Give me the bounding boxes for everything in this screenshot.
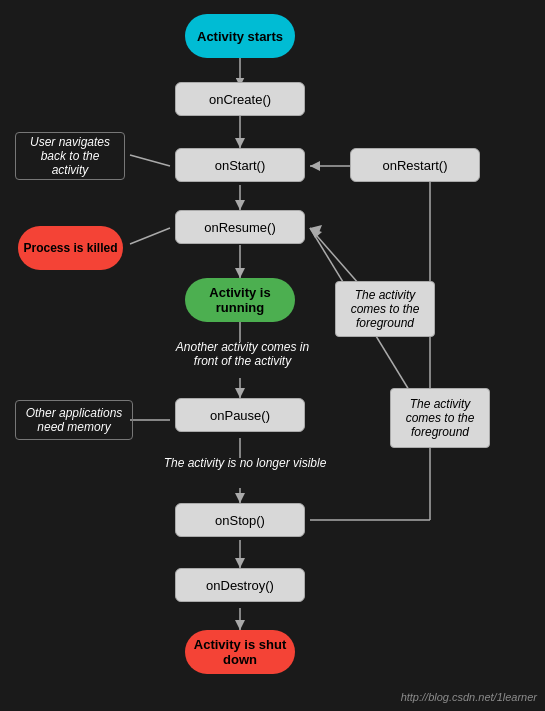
- activity-running-label: Activity is running: [185, 285, 295, 315]
- activity-foreground-2-text: The activity comes to the foreground: [395, 397, 485, 439]
- lifecycle-diagram: Activity starts onCreate() onStart() onR…: [0, 0, 545, 711]
- on-restart-box: onRestart(): [350, 148, 480, 182]
- process-killed-text: Process is killed: [23, 241, 117, 255]
- svg-marker-12: [235, 493, 245, 503]
- on-resume-box: onResume(): [175, 210, 305, 244]
- svg-marker-6: [235, 268, 245, 278]
- user-navigates-back-text: User navigates back to the activity: [22, 135, 118, 177]
- svg-line-28: [130, 155, 170, 166]
- on-start-box: onStart(): [175, 148, 305, 182]
- other-apps-memory-label: Other applications need memory: [15, 400, 133, 440]
- svg-marker-2: [235, 138, 245, 148]
- no-longer-visible-label: The activity is no longer visible: [155, 456, 335, 470]
- activity-starts-label: Activity starts: [197, 29, 283, 44]
- on-stop-box: onStop(): [175, 503, 305, 537]
- svg-marker-16: [235, 620, 245, 630]
- other-apps-memory-text: Other applications need memory: [22, 406, 126, 434]
- on-restart-label: onRestart(): [382, 158, 447, 173]
- watermark: http://blog.csdn.net/1learner: [401, 691, 537, 703]
- another-activity-label: Another activity comes in front of the a…: [170, 340, 315, 368]
- activity-foreground-1-text: The activity comes to the foreground: [340, 288, 430, 330]
- activity-running-node: Activity is running: [185, 278, 295, 322]
- process-killed-label: Process is killed: [18, 226, 123, 270]
- on-pause-box: onPause(): [175, 398, 305, 432]
- on-create-box: onCreate(): [175, 82, 305, 116]
- on-pause-label: onPause(): [210, 408, 270, 423]
- no-longer-visible-text: The activity is no longer visible: [164, 456, 327, 470]
- svg-marker-4: [235, 200, 245, 210]
- svg-marker-26: [310, 225, 322, 235]
- on-resume-label: onResume(): [204, 220, 276, 235]
- svg-marker-24: [310, 228, 322, 238]
- activity-foreground-1-label: The activity comes to the foreground: [335, 281, 435, 337]
- on-destroy-label: onDestroy(): [206, 578, 274, 593]
- svg-line-27: [130, 228, 170, 244]
- another-activity-text: Another activity comes in front of the a…: [176, 340, 309, 368]
- on-stop-label: onStop(): [215, 513, 265, 528]
- user-navigates-back-label: User navigates back to the activity: [15, 132, 125, 180]
- activity-shutdown-label: Activity is shut down: [185, 637, 295, 667]
- svg-marker-9: [235, 388, 245, 398]
- svg-marker-14: [235, 558, 245, 568]
- activity-foreground-2-label: The activity comes to the foreground: [390, 388, 490, 448]
- on-destroy-box: onDestroy(): [175, 568, 305, 602]
- svg-marker-22: [310, 161, 320, 171]
- on-start-label: onStart(): [215, 158, 266, 173]
- activity-shutdown-node: Activity is shut down: [185, 630, 295, 674]
- on-create-label: onCreate(): [209, 92, 271, 107]
- activity-starts-node: Activity starts: [185, 14, 295, 58]
